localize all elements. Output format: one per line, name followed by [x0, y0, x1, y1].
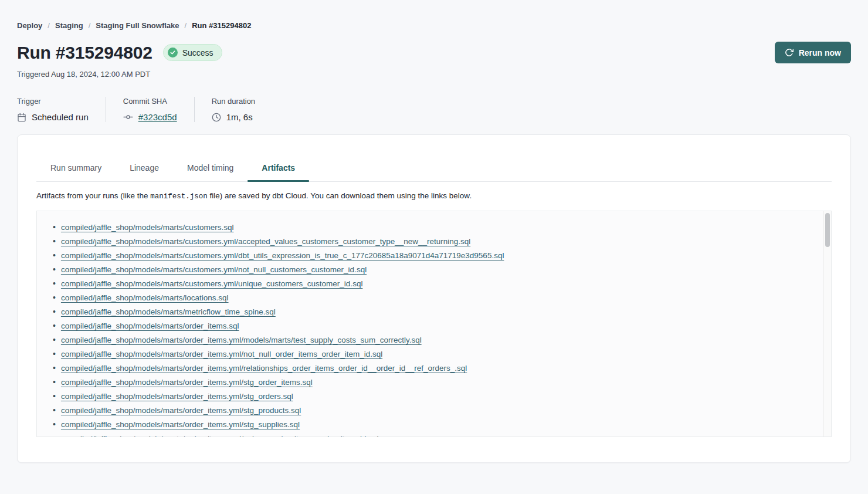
- breadcrumb-current-run: Run #315294802: [192, 21, 251, 30]
- list-item: compiled/jaffle_shop/models/marts/order_…: [61, 361, 817, 375]
- artifacts-description-text: Artifacts from your runs (like the: [36, 191, 150, 200]
- tab-artifacts[interactable]: Artifacts: [247, 162, 309, 181]
- list-item: compiled/jaffle_shop/models/marts/custom…: [61, 248, 817, 262]
- header: Run #315294802 Success Rerun now: [17, 42, 851, 63]
- check-circle-icon: [168, 48, 178, 57]
- list-item: compiled/jaffle_shop/models/marts/locati…: [61, 290, 817, 304]
- list-item: compiled/jaffle_shop/models/marts/custom…: [61, 262, 817, 276]
- breadcrumb-job[interactable]: Staging Full Snowflake: [96, 21, 179, 30]
- meta-commit: Commit SHA #323cd5d: [106, 97, 194, 122]
- artifact-link[interactable]: compiled/jaffle_shop/models/marts/order_…: [61, 322, 239, 330]
- meta-trigger: Trigger Scheduled run: [17, 97, 106, 122]
- git-commit-icon: [123, 112, 133, 122]
- list-item: compiled/jaffle_shop/models/marts/order_…: [61, 431, 817, 437]
- refresh-icon: [785, 48, 794, 57]
- artifact-link[interactable]: compiled/jaffle_shop/models/marts/order_…: [61, 420, 300, 429]
- scrollbar-thumb[interactable]: [825, 213, 830, 247]
- artifact-link[interactable]: compiled/jaffle_shop/models/marts/order_…: [61, 378, 313, 387]
- trigger-label: Trigger: [17, 97, 89, 106]
- run-duration-label: Run duration: [212, 97, 255, 106]
- artifact-link[interactable]: compiled/jaffle_shop/models/marts/order_…: [61, 364, 467, 373]
- manifest-json-code: manifest.json: [150, 192, 208, 201]
- trigger-value: Scheduled run: [32, 112, 89, 122]
- list-item: compiled/jaffle_shop/models/marts/order_…: [61, 347, 817, 361]
- artifact-file-list-container: compiled/jaffle_shop/models/marts/custom…: [36, 211, 832, 437]
- artifact-link[interactable]: compiled/jaffle_shop/models/marts/order_…: [61, 336, 422, 344]
- list-item: compiled/jaffle_shop/models/marts/order_…: [61, 417, 817, 431]
- run-detail-page: Deploy / Staging / Staging Full Snowflak…: [0, 0, 868, 494]
- artifact-file-list: compiled/jaffle_shop/models/marts/custom…: [37, 211, 831, 437]
- rerun-now-button[interactable]: Rerun now: [775, 42, 851, 63]
- list-item: compiled/jaffle_shop/models/marts/order_…: [61, 403, 817, 417]
- artifact-link[interactable]: compiled/jaffle_shop/models/marts/custom…: [61, 251, 504, 260]
- artifact-link[interactable]: compiled/jaffle_shop/models/marts/custom…: [61, 223, 234, 232]
- list-item: compiled/jaffle_shop/models/marts/custom…: [61, 220, 817, 234]
- list-item: compiled/jaffle_shop/models/marts/order_…: [61, 333, 817, 347]
- tab-model-timing[interactable]: Model timing: [173, 162, 247, 181]
- breadcrumb: Deploy / Staging / Staging Full Snowflak…: [17, 0, 851, 30]
- run-meta-row: Trigger Scheduled run Commit SHA #323cd5…: [17, 97, 851, 122]
- status-badge: Success: [163, 44, 222, 61]
- tab-run-summary[interactable]: Run summary: [36, 162, 116, 181]
- meta-duration: Run duration 1m, 6s: [194, 97, 272, 122]
- commit-sha-link[interactable]: #323cd5d: [138, 112, 177, 122]
- breadcrumb-staging[interactable]: Staging: [55, 21, 83, 30]
- clock-icon: [212, 113, 221, 122]
- run-duration-value: 1m, 6s: [226, 112, 253, 122]
- artifact-link[interactable]: compiled/jaffle_shop/models/marts/order_…: [61, 392, 293, 401]
- commit-sha-label: Commit SHA: [123, 97, 177, 106]
- artifact-link[interactable]: compiled/jaffle_shop/models/marts/locati…: [61, 293, 229, 302]
- breadcrumb-deploy[interactable]: Deploy: [17, 21, 42, 30]
- list-item: compiled/jaffle_shop/models/marts/custom…: [61, 276, 817, 290]
- list-item: compiled/jaffle_shop/models/marts/order_…: [61, 375, 817, 389]
- page-title: Run #315294802: [17, 43, 152, 63]
- rerun-now-label: Rerun now: [799, 48, 841, 57]
- list-item: compiled/jaffle_shop/models/marts/order_…: [61, 389, 817, 403]
- artifact-link[interactable]: compiled/jaffle_shop/models/marts/custom…: [61, 237, 470, 246]
- tab-lineage[interactable]: Lineage: [116, 162, 173, 181]
- calendar-icon: [17, 113, 26, 122]
- tab-bar: Run summary Lineage Model timing Artifac…: [36, 162, 832, 182]
- artifacts-description: Artifacts from your runs (like the manif…: [36, 191, 832, 201]
- list-item: compiled/jaffle_shop/models/marts/order_…: [61, 319, 817, 333]
- artifact-link[interactable]: compiled/jaffle_shop/models/marts/order_…: [61, 350, 382, 358]
- artifact-link[interactable]: compiled/jaffle_shop/models/marts/custom…: [61, 279, 362, 288]
- artifact-link[interactable]: compiled/jaffle_shop/models/marts/custom…: [61, 265, 367, 274]
- run-detail-card: Run summary Lineage Model timing Artifac…: [17, 134, 851, 463]
- breadcrumb-separator: /: [48, 21, 50, 30]
- triggered-timestamp: Triggered Aug 18, 2024, 12:00 AM PDT: [17, 70, 851, 79]
- scrollbar-track[interactable]: [823, 211, 831, 437]
- status-badge-label: Success: [182, 48, 213, 57]
- list-item: compiled/jaffle_shop/models/marts/metric…: [61, 304, 817, 319]
- breadcrumb-separator: /: [89, 21, 91, 30]
- artifact-link[interactable]: compiled/jaffle_shop/models/marts/order_…: [61, 434, 379, 438]
- artifacts-description-text: file) are saved by dbt Cloud. You can do…: [208, 191, 472, 200]
- artifact-link[interactable]: compiled/jaffle_shop/models/marts/order_…: [61, 406, 301, 415]
- artifact-link[interactable]: compiled/jaffle_shop/models/marts/metric…: [61, 307, 276, 316]
- list-item: compiled/jaffle_shop/models/marts/custom…: [61, 234, 817, 248]
- breadcrumb-separator: /: [185, 21, 187, 30]
